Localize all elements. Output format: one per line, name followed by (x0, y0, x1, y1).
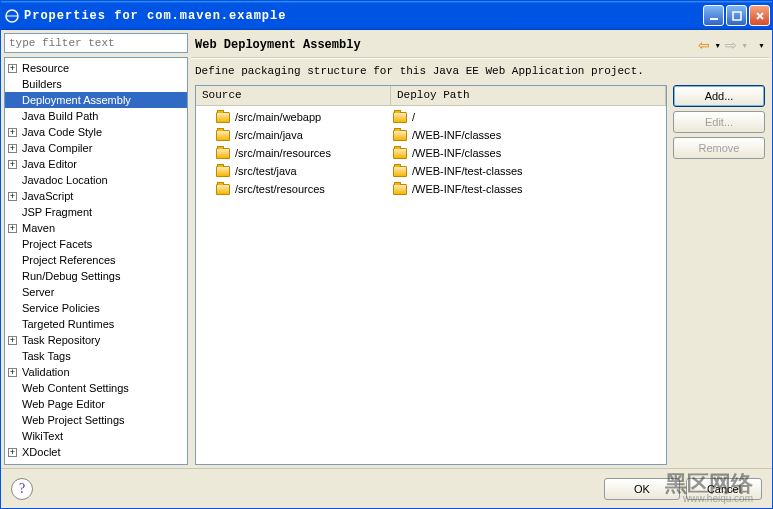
tree-item[interactable]: +Resource (5, 60, 187, 76)
deploy-path: /WEB-INF/classes (412, 129, 501, 141)
tree-item-label: Service Policies (20, 301, 102, 315)
tree-item-label: Web Project Settings (20, 413, 127, 427)
folder-icon (393, 184, 407, 195)
description: Define packaging structure for this Java… (191, 65, 769, 85)
table-row[interactable]: /src/test/java/WEB-INF/test-classes (196, 162, 666, 180)
eclipse-icon (4, 8, 20, 24)
tree-expander-icon[interactable]: + (8, 192, 17, 201)
window-title: Properties for com.maven.example (24, 9, 703, 23)
separator (191, 57, 769, 59)
tree-expander-icon[interactable]: + (8, 336, 17, 345)
tree-item[interactable]: Task Tags (5, 348, 187, 364)
folder-icon (216, 184, 230, 195)
source-path: /src/main/webapp (235, 111, 321, 123)
tree-item-label: Project References (20, 253, 118, 267)
ok-button[interactable]: OK (604, 478, 680, 500)
tree-item[interactable]: WikiText (5, 428, 187, 444)
titlebar: Properties for com.maven.example (1, 1, 772, 30)
edit-button: Edit... (673, 111, 765, 133)
tree-item[interactable]: Run/Debug Settings (5, 268, 187, 284)
tree-item[interactable]: Deployment Assembly (5, 92, 187, 108)
tree-item[interactable]: +Maven (5, 220, 187, 236)
tree-item[interactable]: +Java Code Style (5, 124, 187, 140)
tree-item-label: Validation (20, 365, 72, 379)
tree-expander-icon[interactable]: + (8, 144, 17, 153)
footer: ? OK Cancel (1, 468, 772, 508)
folder-icon (216, 148, 230, 159)
tree-item[interactable]: +JavaScript (5, 188, 187, 204)
cancel-button[interactable]: Cancel (686, 478, 762, 500)
tree-item[interactable]: Targeted Runtimes (5, 316, 187, 332)
tree-item-label: Maven (20, 221, 57, 235)
tree-item[interactable]: +Task Repository (5, 332, 187, 348)
forward-dropdown: ▼ (741, 42, 748, 49)
tree-item[interactable]: Project References (5, 252, 187, 268)
folder-icon (393, 148, 407, 159)
source-path: /src/main/java (235, 129, 303, 141)
folder-icon (216, 112, 230, 123)
tree-item-label: Web Content Settings (20, 381, 131, 395)
tree-item[interactable]: +Validation (5, 364, 187, 380)
main-panel: Web Deployment Assembly ⇦ ▼ ⇨ ▼ ▼ Define… (191, 33, 769, 465)
tree-item[interactable]: Javadoc Location (5, 172, 187, 188)
tree-item[interactable]: Server (5, 284, 187, 300)
back-button[interactable]: ⇦ (698, 37, 710, 53)
tree-item[interactable]: Web Project Settings (5, 412, 187, 428)
tree-item-label: Javadoc Location (20, 173, 110, 187)
tree-item[interactable]: Project Facets (5, 236, 187, 252)
source-path: /src/test/resources (235, 183, 325, 195)
close-button[interactable] (749, 5, 770, 26)
tree-expander-icon[interactable]: + (8, 160, 17, 169)
table-row[interactable]: /src/main/java/WEB-INF/classes (196, 126, 666, 144)
tree-item[interactable]: JSP Fragment (5, 204, 187, 220)
properties-tree[interactable]: +ResourceBuildersDeployment AssemblyJava… (4, 57, 188, 465)
folder-icon (216, 166, 230, 177)
tree-item[interactable]: +Java Editor (5, 156, 187, 172)
deploy-path: /WEB-INF/test-classes (412, 165, 523, 177)
source-path: /src/test/java (235, 165, 297, 177)
tree-item[interactable]: +XDoclet (5, 444, 187, 460)
svg-rect-3 (733, 12, 741, 20)
folder-icon (393, 166, 407, 177)
page-title: Web Deployment Assembly (195, 38, 698, 52)
tree-item-label: Java Code Style (20, 125, 104, 139)
tree-item-label: Server (20, 285, 56, 299)
assembly-table[interactable]: Source Deploy Path /src/main/webapp//src… (195, 85, 667, 465)
tree-item[interactable]: Web Content Settings (5, 380, 187, 396)
help-icon[interactable]: ? (11, 478, 33, 500)
tree-expander-icon[interactable]: + (8, 64, 17, 73)
tree-item-label: Task Repository (20, 333, 102, 347)
tree-item-label: XDoclet (20, 445, 63, 459)
back-dropdown[interactable]: ▼ (714, 42, 721, 49)
tree-expander-icon[interactable]: + (8, 128, 17, 137)
tree-expander-icon[interactable]: + (8, 448, 17, 457)
maximize-button[interactable] (726, 5, 747, 26)
tree-expander-icon[interactable]: + (8, 368, 17, 377)
tree-item-label: JSP Fragment (20, 205, 94, 219)
column-deploy[interactable]: Deploy Path (391, 86, 666, 105)
tree-item-label: Java Compiler (20, 141, 94, 155)
tree-item-label: Java Editor (20, 157, 79, 171)
deploy-path: /WEB-INF/classes (412, 147, 501, 159)
table-row[interactable]: /src/main/webapp/ (196, 108, 666, 126)
deploy-path: /WEB-INF/test-classes (412, 183, 523, 195)
tree-item[interactable]: Java Build Path (5, 108, 187, 124)
table-row[interactable]: /src/test/resources/WEB-INF/test-classes (196, 180, 666, 198)
view-menu[interactable]: ▼ (758, 42, 765, 49)
column-source[interactable]: Source (196, 86, 391, 105)
folder-icon (393, 112, 407, 123)
tree-item[interactable]: Service Policies (5, 300, 187, 316)
tree-item[interactable]: Web Page Editor (5, 396, 187, 412)
tree-item-label: Targeted Runtimes (20, 317, 116, 331)
tree-item-label: Deployment Assembly (20, 93, 133, 107)
table-row[interactable]: /src/main/resources/WEB-INF/classes (196, 144, 666, 162)
add-button[interactable]: Add... (673, 85, 765, 107)
tree-item[interactable]: +Java Compiler (5, 140, 187, 156)
tree-item-label: Project Facets (20, 237, 94, 251)
minimize-button[interactable] (703, 5, 724, 26)
filter-input[interactable] (4, 33, 188, 53)
tree-expander-icon[interactable]: + (8, 224, 17, 233)
svg-rect-2 (710, 18, 718, 20)
tree-item[interactable]: Builders (5, 76, 187, 92)
deploy-path: / (412, 111, 415, 123)
